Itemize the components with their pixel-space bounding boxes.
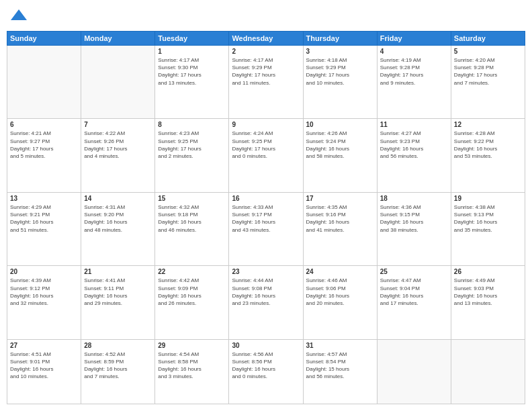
calendar-cell: 27Sunrise: 4:51 AM Sunset: 9:01 PM Dayli… — [7, 339, 81, 404]
calendar-cell: 29Sunrise: 4:54 AM Sunset: 8:58 PM Dayli… — [155, 339, 229, 404]
day-info: Sunrise: 4:38 AM Sunset: 9:13 PM Dayligh… — [454, 203, 522, 234]
weekday-header-saturday: Saturday — [451, 32, 525, 46]
day-info: Sunrise: 4:17 AM Sunset: 9:29 PM Dayligh… — [232, 56, 300, 87]
day-info: Sunrise: 4:19 AM Sunset: 9:28 PM Dayligh… — [380, 56, 448, 87]
day-number: 17 — [306, 195, 374, 202]
weekday-header-sunday: Sunday — [7, 32, 81, 46]
calendar-cell: 16Sunrise: 4:33 AM Sunset: 9:17 PM Dayli… — [229, 192, 303, 265]
day-info: Sunrise: 4:52 AM Sunset: 8:59 PM Dayligh… — [84, 351, 152, 381]
weekday-header-row: SundayMondayTuesdayWednesdayThursdayFrid… — [7, 32, 525, 46]
day-number: 11 — [380, 121, 448, 128]
calendar-cell: 31Sunrise: 4:57 AM Sunset: 8:54 PM Dayli… — [303, 339, 377, 404]
calendar-cell: 23Sunrise: 4:44 AM Sunset: 9:08 PM Dayli… — [229, 266, 303, 339]
calendar-cell: 10Sunrise: 4:26 AM Sunset: 9:24 PM Dayli… — [303, 119, 377, 192]
day-info: Sunrise: 4:36 AM Sunset: 9:15 PM Dayligh… — [380, 203, 448, 234]
day-number: 3 — [306, 48, 374, 55]
day-number: 18 — [380, 195, 448, 202]
day-info: Sunrise: 4:56 AM Sunset: 8:56 PM Dayligh… — [232, 351, 300, 381]
day-number: 29 — [158, 342, 226, 349]
calendar-cell: 24Sunrise: 4:46 AM Sunset: 9:06 PM Dayli… — [303, 266, 377, 339]
day-number: 2 — [232, 48, 300, 55]
day-number: 20 — [10, 268, 78, 275]
day-number: 9 — [232, 121, 300, 128]
day-info: Sunrise: 4:20 AM Sunset: 9:28 PM Dayligh… — [454, 56, 522, 87]
weekday-header-thursday: Thursday — [303, 32, 377, 46]
day-info: Sunrise: 4:57 AM Sunset: 8:54 PM Dayligh… — [306, 351, 374, 381]
day-info: Sunrise: 4:23 AM Sunset: 9:25 PM Dayligh… — [158, 130, 226, 160]
calendar-cell: 19Sunrise: 4:38 AM Sunset: 9:13 PM Dayli… — [451, 192, 525, 265]
calendar-cell: 5Sunrise: 4:20 AM Sunset: 9:28 PM Daylig… — [451, 46, 525, 119]
day-info: Sunrise: 4:22 AM Sunset: 9:26 PM Dayligh… — [84, 130, 152, 160]
day-number: 26 — [454, 268, 522, 275]
day-number: 27 — [10, 342, 78, 349]
calendar-cell: 20Sunrise: 4:39 AM Sunset: 9:12 PM Dayli… — [7, 266, 81, 339]
day-info: Sunrise: 4:35 AM Sunset: 9:16 PM Dayligh… — [306, 203, 374, 234]
day-info: Sunrise: 4:26 AM Sunset: 9:24 PM Dayligh… — [306, 130, 374, 160]
day-number: 4 — [380, 48, 448, 55]
day-number: 6 — [10, 121, 78, 128]
day-number: 31 — [306, 342, 374, 349]
calendar-cell: 6Sunrise: 4:21 AM Sunset: 9:27 PM Daylig… — [7, 119, 81, 192]
calendar-cell: 4Sunrise: 4:19 AM Sunset: 9:28 PM Daylig… — [377, 46, 451, 119]
day-info: Sunrise: 4:32 AM Sunset: 9:18 PM Dayligh… — [158, 203, 226, 234]
calendar-cell: 7Sunrise: 4:22 AM Sunset: 9:26 PM Daylig… — [81, 119, 155, 192]
page: SundayMondayTuesdayWednesdayThursdayFrid… — [0, 0, 532, 411]
day-info: Sunrise: 4:51 AM Sunset: 9:01 PM Dayligh… — [10, 351, 78, 381]
day-info: Sunrise: 4:31 AM Sunset: 9:20 PM Dayligh… — [84, 203, 152, 234]
calendar-cell — [81, 46, 155, 119]
calendar-cell: 1Sunrise: 4:17 AM Sunset: 9:30 PM Daylig… — [155, 46, 229, 119]
weekday-header-wednesday: Wednesday — [229, 32, 303, 46]
calendar-week-row: 20Sunrise: 4:39 AM Sunset: 9:12 PM Dayli… — [7, 266, 525, 339]
calendar-week-row: 13Sunrise: 4:29 AM Sunset: 9:21 PM Dayli… — [7, 192, 525, 265]
logo-icon — [9, 7, 28, 26]
day-number: 23 — [232, 268, 300, 275]
day-number: 5 — [454, 48, 522, 55]
calendar-cell: 25Sunrise: 4:47 AM Sunset: 9:04 PM Dayli… — [377, 266, 451, 339]
calendar-cell: 22Sunrise: 4:42 AM Sunset: 9:09 PM Dayli… — [155, 266, 229, 339]
day-info: Sunrise: 4:27 AM Sunset: 9:23 PM Dayligh… — [380, 130, 448, 160]
day-info: Sunrise: 4:47 AM Sunset: 9:04 PM Dayligh… — [380, 277, 448, 307]
calendar-cell: 28Sunrise: 4:52 AM Sunset: 8:59 PM Dayli… — [81, 339, 155, 404]
calendar-cell: 9Sunrise: 4:24 AM Sunset: 9:25 PM Daylig… — [229, 119, 303, 192]
day-number: 14 — [84, 195, 152, 202]
calendar-table: SundayMondayTuesdayWednesdayThursdayFrid… — [7, 31, 525, 404]
weekday-header-friday: Friday — [377, 32, 451, 46]
day-number: 15 — [158, 195, 226, 202]
calendar-cell: 17Sunrise: 4:35 AM Sunset: 9:16 PM Dayli… — [303, 192, 377, 265]
day-info: Sunrise: 4:29 AM Sunset: 9:21 PM Dayligh… — [10, 203, 78, 234]
calendar-cell: 30Sunrise: 4:56 AM Sunset: 8:56 PM Dayli… — [229, 339, 303, 404]
weekday-header-monday: Monday — [81, 32, 155, 46]
day-number: 22 — [158, 268, 226, 275]
day-number: 13 — [10, 195, 78, 202]
day-info: Sunrise: 4:17 AM Sunset: 9:30 PM Dayligh… — [158, 56, 226, 87]
day-number: 8 — [158, 121, 226, 128]
day-number: 24 — [306, 268, 374, 275]
calendar-cell: 21Sunrise: 4:41 AM Sunset: 9:11 PM Dayli… — [81, 266, 155, 339]
calendar-cell: 13Sunrise: 4:29 AM Sunset: 9:21 PM Dayli… — [7, 192, 81, 265]
calendar-cell: 14Sunrise: 4:31 AM Sunset: 9:20 PM Dayli… — [81, 192, 155, 265]
calendar-week-row: 1Sunrise: 4:17 AM Sunset: 9:30 PM Daylig… — [7, 46, 525, 119]
weekday-header-tuesday: Tuesday — [155, 32, 229, 46]
day-info: Sunrise: 4:28 AM Sunset: 9:22 PM Dayligh… — [454, 130, 522, 160]
day-number: 16 — [232, 195, 300, 202]
calendar-cell: 3Sunrise: 4:18 AM Sunset: 9:29 PM Daylig… — [303, 46, 377, 119]
day-number: 1 — [158, 48, 226, 55]
day-number: 7 — [84, 121, 152, 128]
calendar-cell — [7, 46, 81, 119]
day-info: Sunrise: 4:46 AM Sunset: 9:06 PM Dayligh… — [306, 277, 374, 307]
day-number: 21 — [84, 268, 152, 275]
day-info: Sunrise: 4:24 AM Sunset: 9:25 PM Dayligh… — [232, 130, 300, 160]
calendar-cell: 8Sunrise: 4:23 AM Sunset: 9:25 PM Daylig… — [155, 119, 229, 192]
day-number: 10 — [306, 121, 374, 128]
logo — [7, 7, 28, 26]
day-number: 12 — [454, 121, 522, 128]
calendar-cell — [451, 339, 525, 404]
day-info: Sunrise: 4:39 AM Sunset: 9:12 PM Dayligh… — [10, 277, 78, 307]
day-number: 28 — [84, 342, 152, 349]
calendar-cell: 15Sunrise: 4:32 AM Sunset: 9:18 PM Dayli… — [155, 192, 229, 265]
calendar-cell: 2Sunrise: 4:17 AM Sunset: 9:29 PM Daylig… — [229, 46, 303, 119]
calendar-cell: 26Sunrise: 4:49 AM Sunset: 9:03 PM Dayli… — [451, 266, 525, 339]
day-info: Sunrise: 4:44 AM Sunset: 9:08 PM Dayligh… — [232, 277, 300, 307]
day-info: Sunrise: 4:33 AM Sunset: 9:17 PM Dayligh… — [232, 203, 300, 234]
day-info: Sunrise: 4:41 AM Sunset: 9:11 PM Dayligh… — [84, 277, 152, 307]
